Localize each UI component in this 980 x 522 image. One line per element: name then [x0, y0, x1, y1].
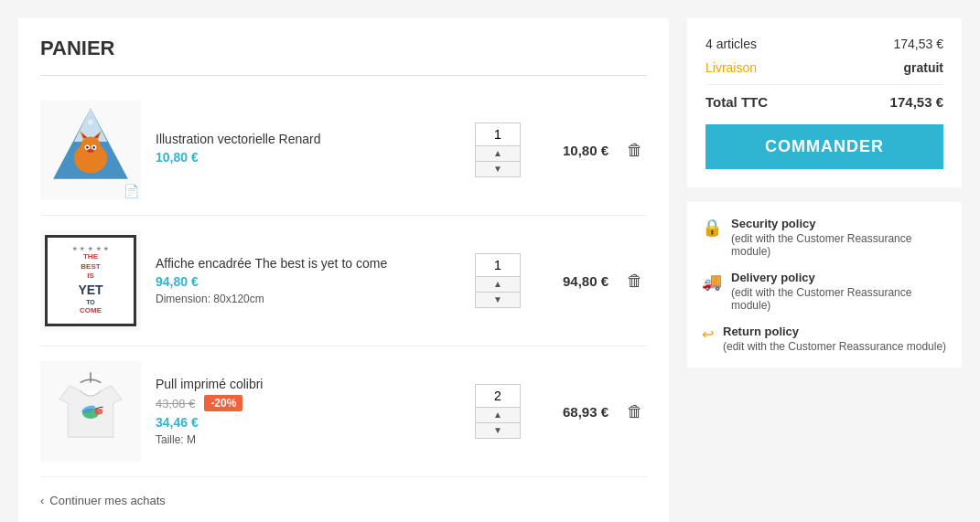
svg-text:❄: ❄	[87, 118, 94, 127]
continue-label: Continuer mes achats	[49, 494, 165, 507]
item-3-qty-up[interactable]: ▲	[476, 408, 520, 423]
policy-section: 🔒 Security policy (edit with the Custome…	[687, 202, 962, 368]
articles-row: 4 articles 174,53 €	[705, 37, 943, 51]
security-policy-item: 🔒 Security policy (edit with the Custome…	[702, 217, 947, 258]
item-3-qty-arrows: ▲ ▼	[476, 408, 520, 438]
item-1-qty-up[interactable]: ▲	[476, 146, 520, 162]
item-2-total: 94,80 €	[535, 273, 608, 289]
svg-point-10	[86, 146, 89, 149]
articles-value: 174,53 €	[894, 37, 944, 51]
return-policy-desc: (edit with the Customer Reassurance modu…	[723, 340, 946, 353]
security-policy-title: Security policy	[731, 217, 947, 230]
item-3-total: 68,93 €	[535, 404, 608, 420]
livraison-row: Livraison gratuit	[705, 60, 943, 75]
item-1-name: Illustration vectorielle Renard	[156, 132, 460, 146]
item-2-image: ★ ★ ★ ★ ★ THE BEST IS YET TO COME	[40, 230, 141, 331]
page-container: PANIER	[0, 0, 980, 522]
summary-panel: 4 articles 174,53 € Livraison gratuit To…	[687, 18, 962, 522]
security-policy-text: Security policy (edit with the Customer …	[731, 217, 947, 258]
item-1-delete-button[interactable]: 🗑	[623, 137, 647, 164]
item-1-qty-control: ▲ ▼	[475, 123, 521, 177]
cart-title: PANIER	[40, 37, 647, 76]
item-3-price: 34,46 €	[156, 415, 460, 430]
shirt-container	[45, 366, 136, 457]
fox-illustration: ❄	[45, 104, 136, 196]
poster-frame: ★ ★ ★ ★ ★ THE BEST IS YET TO COME	[45, 235, 136, 326]
commander-button[interactable]: COMMANDER	[705, 124, 943, 169]
item-2-details: Affiche encadrée The best is yet to come…	[156, 256, 460, 305]
chevron-left-icon: ‹	[40, 494, 44, 507]
continue-link[interactable]: ‹ Continuer mes achats	[40, 494, 647, 507]
item-3-delete-button[interactable]: 🗑	[623, 399, 647, 425]
total-label: Total TTC	[705, 94, 768, 110]
delivery-policy-text: Delivery policy (edit with the Customer …	[731, 271, 947, 312]
livraison-value: gratuit	[903, 60, 943, 75]
truck-icon: 🚚	[702, 272, 722, 292]
item-2-name: Affiche encadrée The best is yet to come	[156, 256, 460, 271]
delivery-policy-title: Delivery policy	[731, 271, 947, 284]
return-icon: ↩	[702, 325, 714, 343]
item-1-total: 10,80 €	[535, 143, 608, 158]
return-policy-title: Return policy	[723, 325, 946, 338]
item-2-dimension: Dimension: 80x120cm	[156, 293, 460, 305]
item-1-image: ❄ 📄	[40, 100, 141, 200]
summary-divider	[705, 84, 943, 85]
security-policy-desc: (edit with the Customer Reassurance modu…	[731, 232, 911, 258]
item-3-discount-badge: -20%	[204, 395, 242, 411]
return-policy-text: Return policy (edit with the Customer Re…	[723, 325, 946, 353]
cart-item-2: ★ ★ ★ ★ ★ THE BEST IS YET TO COME Affich…	[40, 216, 647, 346]
item-1-qty-input[interactable]	[476, 123, 520, 146]
item-2-price: 94,80 €	[156, 274, 460, 289]
item-2-qty-down[interactable]: ▼	[476, 293, 520, 307]
item-3-size: Taille: M	[156, 433, 460, 446]
cart-item-1: ❄ 📄 Illustration vectorielle Renard 10,8…	[40, 85, 647, 216]
livraison-label: Livraison	[705, 60, 757, 75]
svg-point-11	[92, 146, 95, 149]
total-row: Total TTC 174,53 €	[705, 94, 943, 110]
item-3-original-price: 43,08 €	[156, 397, 195, 410]
item-2-qty-up[interactable]: ▲	[476, 277, 520, 293]
shirt-svg	[49, 370, 132, 453]
lock-icon: 🔒	[702, 218, 722, 238]
item-1-price: 10,80 €	[156, 150, 460, 165]
item-3-price-row: 43,08 € -20%	[156, 395, 460, 411]
item-1-details: Illustration vectorielle Renard 10,80 €	[156, 132, 460, 168]
delivery-policy-desc: (edit with the Customer Reassurance modu…	[731, 286, 911, 312]
item-3-name: Pull imprimé colibri	[156, 377, 460, 391]
file-icon: 📄	[124, 184, 139, 198]
item-3-qty-down[interactable]: ▼	[476, 423, 520, 438]
cart-panel: PANIER	[18, 18, 669, 522]
delivery-policy-item: 🚚 Delivery policy (edit with the Custome…	[702, 271, 947, 312]
item-2-qty-arrows: ▲ ▼	[476, 277, 520, 307]
item-3-details: Pull imprimé colibri 43,08 € -20% 34,46 …	[156, 377, 460, 446]
summary-box: 4 articles 174,53 € Livraison gratuit To…	[687, 18, 962, 187]
item-2-qty-control: ▲ ▼	[475, 253, 521, 308]
item-3-qty-input[interactable]	[476, 385, 520, 408]
return-policy-item: ↩ Return policy (edit with the Customer …	[702, 325, 947, 353]
cart-item-3: Pull imprimé colibri 43,08 € -20% 34,46 …	[40, 346, 647, 477]
total-value: 174,53 €	[890, 94, 943, 110]
item-2-delete-button[interactable]: 🗑	[623, 268, 647, 294]
item-2-qty-input[interactable]	[476, 254, 520, 277]
item-3-qty-control: ▲ ▼	[475, 384, 521, 439]
articles-label: 4 articles	[705, 37, 757, 51]
poster-text: ★ ★ ★ ★ ★ THE BEST IS YET TO COME	[72, 246, 110, 316]
item-1-qty-down[interactable]: ▼	[476, 162, 520, 176]
svg-point-12	[87, 149, 93, 153]
item-3-image	[40, 361, 141, 462]
item-1-qty-arrows: ▲ ▼	[476, 146, 520, 176]
